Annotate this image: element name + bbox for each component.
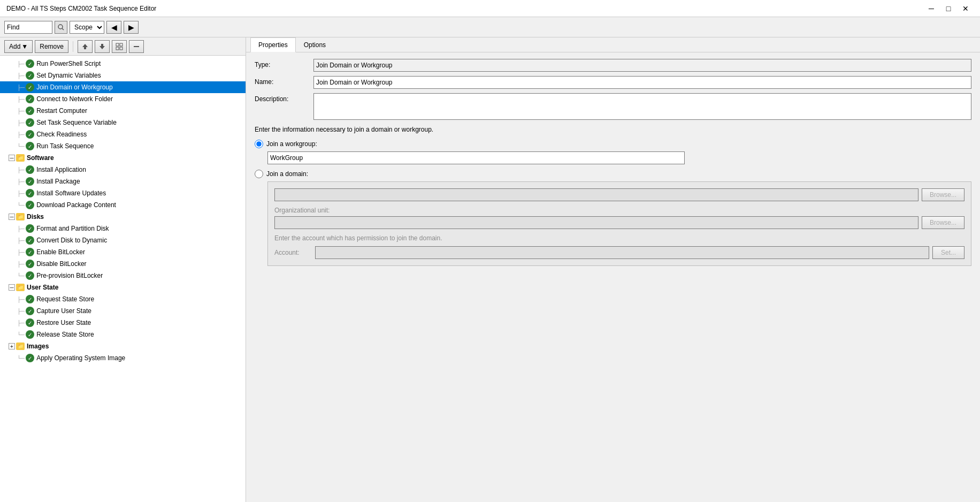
item-label: Run PowerShell Script [36, 60, 101, 67]
item-label: Enable BitLocker [36, 248, 85, 256]
workgroup-radio[interactable] [255, 140, 263, 148]
find-input[interactable] [4, 21, 52, 34]
list-item[interactable]: ─ 📁 User State [0, 282, 246, 293]
domain-input-row: Browse... [274, 188, 964, 201]
list-item[interactable]: ├─ ✓ Restart Computer [0, 105, 246, 117]
list-item[interactable]: ├─ ✓ Connect to Network Folder [0, 93, 246, 105]
svg-rect-7 [120, 47, 122, 50]
list-item[interactable]: ├─ ✓ Capture User State [0, 305, 246, 317]
check-icon: ✓ [26, 107, 34, 115]
folder-icon: 📁 [16, 284, 25, 291]
description-textarea[interactable] [313, 93, 971, 120]
set-button[interactable]: Set... [932, 246, 964, 259]
list-item[interactable]: ├─ ✓ Set Task Sequence Variable [0, 117, 246, 128]
tab-options[interactable]: Options [296, 37, 334, 52]
list-item[interactable]: ─ 📁 Software [0, 152, 246, 164]
expand-btn[interactable]: ─ [9, 155, 15, 161]
type-value-container [313, 59, 971, 72]
list-item[interactable]: ├─ ✓ Install Application [0, 164, 246, 176]
tab-properties[interactable]: Properties [250, 37, 296, 52]
check-icon: ✓ [26, 201, 34, 209]
browse-ou-button[interactable]: Browse... [922, 216, 964, 229]
name-value-container [313, 76, 971, 89]
folder-label: Images [27, 343, 49, 350]
minimize-button[interactable]: ─ [923, 3, 939, 14]
item-label: Convert Disk to Dynamic [36, 237, 107, 244]
list-item[interactable]: ├─ ✓ Join Domain or Workgroup [0, 81, 246, 93]
separator [73, 41, 73, 52]
list-item[interactable]: ─ 📁 Disks [0, 211, 246, 223]
type-input [313, 59, 971, 72]
workgroup-radio-label[interactable]: Join a workgroup: [266, 140, 317, 148]
scope-select[interactable]: Scope [70, 21, 104, 34]
list-item[interactable]: ├─ ✓ Set Dynamic Variables [0, 70, 246, 81]
main-container: Scope ◀ ▶ Add ▼ Remove [0, 17, 980, 502]
item-label: Format and Partition Disk [36, 225, 109, 232]
item-label: Restore User State [36, 319, 91, 326]
back-button[interactable]: ◀ [106, 21, 121, 34]
list-item[interactable]: └─ ✓ Download Package Content [0, 199, 246, 211]
list-item[interactable]: + 📁 Images [0, 340, 246, 352]
description-row: Description: [255, 93, 971, 121]
list-item[interactable]: ├─ ✓ Install Software Updates [0, 187, 246, 199]
list-item[interactable]: ├─ ✓ Convert Disk to Dynamic [0, 234, 246, 246]
move-down-button[interactable] [95, 40, 110, 53]
folder-label: Software [27, 154, 54, 162]
list-item[interactable]: ├─ ✓ Enable BitLocker [0, 246, 246, 258]
remove-button[interactable]: Remove [35, 40, 68, 53]
type-label: Type: [255, 59, 313, 69]
check-icon: ✓ [26, 330, 34, 339]
maximize-button[interactable]: □ [940, 3, 956, 14]
account-input [315, 246, 929, 259]
item-label: Install Software Updates [36, 189, 106, 197]
expand-btn[interactable]: ─ [9, 214, 15, 220]
item-label: Set Dynamic Variables [36, 72, 101, 79]
expand-button[interactable] [112, 40, 127, 53]
item-label: Capture User State [36, 307, 91, 315]
list-item[interactable]: └─ ✓ Apply Operating System Image [0, 352, 246, 364]
move-up-button[interactable] [78, 40, 93, 53]
forward-button[interactable]: ▶ [124, 21, 139, 34]
item-label: Check Readiness [36, 131, 87, 138]
right-panel: Properties Options Type: Name: [246, 37, 980, 502]
item-label: Install Package [36, 178, 80, 185]
list-item[interactable]: ├─ ✓ Format and Partition Disk [0, 223, 246, 234]
list-item[interactable]: └─ ✓ Run Task Sequence [0, 140, 246, 152]
action-bar: Add ▼ Remove [0, 37, 246, 56]
list-item[interactable]: └─ ✓ Pre-provision BitLocker [0, 270, 246, 282]
svg-marker-3 [99, 44, 105, 49]
check-icon: ✓ [26, 307, 34, 315]
expand-btn[interactable]: ─ [9, 284, 15, 291]
svg-rect-5 [120, 43, 122, 46]
check-icon: ✓ [26, 59, 34, 68]
close-button[interactable]: ✕ [958, 3, 974, 14]
domain-radio-label[interactable]: Join a domain: [266, 170, 308, 178]
add-button[interactable]: Add ▼ [4, 40, 33, 53]
check-icon: ✓ [26, 295, 34, 303]
left-panel: Add ▼ Remove [0, 37, 246, 502]
browse-domain-button[interactable]: Browse... [922, 188, 964, 201]
collapse-button[interactable] [129, 40, 144, 53]
check-icon: ✓ [26, 354, 34, 362]
list-item[interactable]: ├─ ✓ Disable BitLocker [0, 258, 246, 270]
item-label: Release State Store [36, 331, 94, 338]
list-item[interactable]: ├─ ✓ Request State Store [0, 293, 246, 305]
list-item[interactable]: └─ ✓ Release State Store [0, 329, 246, 340]
list-item[interactable]: ├─ ✓ Install Package [0, 176, 246, 187]
move-down-icon [98, 43, 106, 50]
check-icon: ✓ [26, 95, 34, 103]
name-input[interactable] [313, 76, 971, 89]
window-controls: ─ □ ✕ [923, 3, 974, 14]
svg-rect-4 [116, 43, 119, 46]
expand-btn[interactable]: + [9, 343, 15, 349]
search-button[interactable] [55, 21, 67, 34]
folder-icon: 📁 [16, 343, 25, 350]
workgroup-input[interactable] [267, 151, 685, 164]
list-item[interactable]: ├─ ✓ Check Readiness [0, 128, 246, 140]
radio-section: Join a workgroup: Join a domain: Browse.… [255, 140, 971, 266]
domain-radio[interactable] [255, 170, 263, 178]
ou-label: Organizational unit: [274, 207, 964, 214]
list-item[interactable]: ├─ ✓ Run PowerShell Script [0, 58, 246, 70]
domain-box: Browse... Organizational unit: Browse...… [267, 181, 971, 266]
list-item[interactable]: ├─ ✓ Restore User State [0, 317, 246, 329]
